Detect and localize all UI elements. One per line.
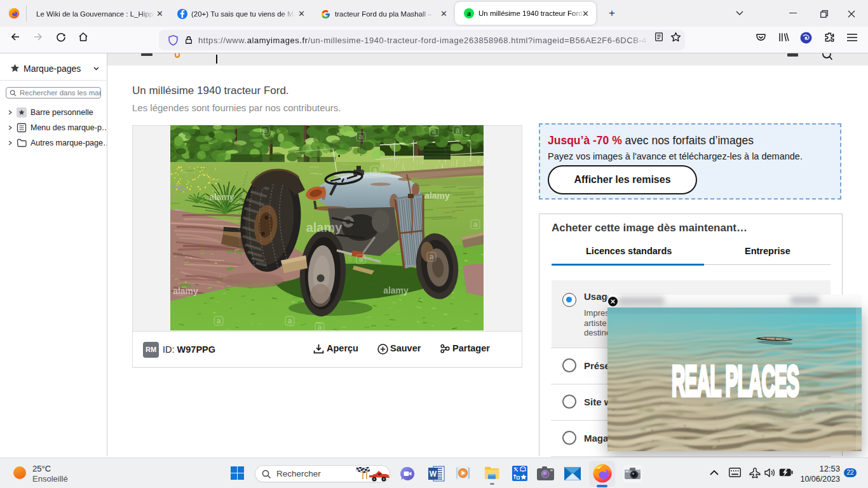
- svg-text:a: a: [430, 252, 434, 261]
- svg-text:alamy: alamy: [383, 285, 409, 295]
- svg-text:REAL PLACES: REAL PLACES: [672, 357, 799, 405]
- svg-text:a: a: [432, 127, 437, 136]
- svg-text:alamy: alamy: [209, 192, 234, 202]
- svg-text:a: a: [359, 132, 363, 141]
- svg-text:alamy: alamy: [424, 191, 450, 201]
- svg-text:a: a: [359, 255, 363, 264]
- svg-text:a: a: [318, 323, 322, 330]
- svg-text:alamy: alamy: [306, 220, 343, 234]
- svg-text:W: W: [430, 470, 437, 478]
- svg-text:a: a: [467, 9, 471, 18]
- svg-text:a: a: [373, 166, 377, 175]
- svg-text:alamy: alamy: [173, 286, 198, 296]
- svg-text:a: a: [263, 126, 268, 135]
- svg-text:a: a: [217, 316, 221, 325]
- svg-text:a: a: [288, 316, 292, 325]
- svg-text:a: a: [473, 220, 478, 229]
- svg-text:a: a: [456, 126, 460, 135]
